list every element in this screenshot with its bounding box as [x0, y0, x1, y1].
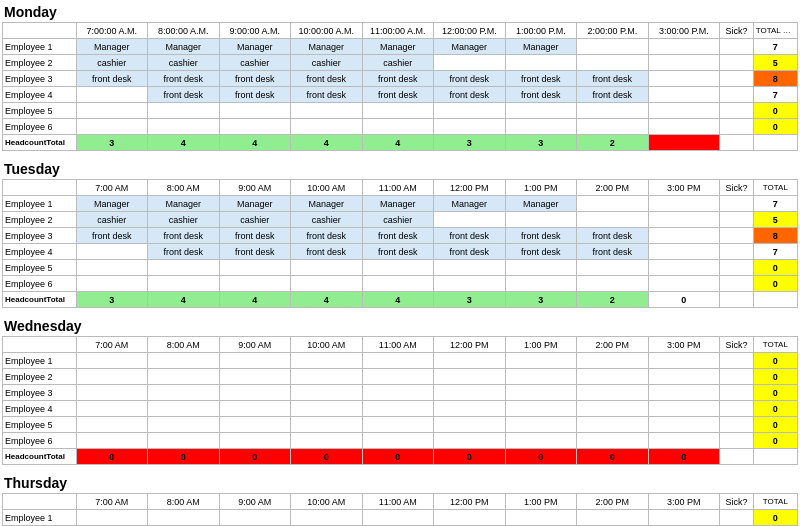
shift-cell-1-4[interactable]: cashier	[362, 55, 434, 71]
shift-cell-2-7[interactable]: front desk	[577, 228, 649, 244]
shift-cell-0-7[interactable]	[577, 39, 649, 55]
shift-cell-3-4[interactable]: front desk	[362, 87, 434, 103]
shift-cell-2-1[interactable]	[148, 385, 220, 401]
sick-cell-3[interactable]	[720, 244, 754, 260]
sick-cell-2[interactable]	[720, 385, 754, 401]
shift-cell-0-5[interactable]: Manager	[434, 39, 506, 55]
sick-cell-4[interactable]	[720, 260, 754, 276]
shift-cell-3-3[interactable]	[291, 401, 363, 417]
shift-cell-4-1[interactable]	[148, 417, 220, 433]
shift-cell-0-3[interactable]	[291, 510, 363, 526]
shift-cell-4-3[interactable]	[291, 103, 363, 119]
shift-cell-3-0[interactable]	[76, 87, 148, 103]
sick-cell-5[interactable]	[720, 276, 754, 292]
shift-cell-5-5[interactable]	[434, 119, 506, 135]
shift-cell-0-6[interactable]: Manager	[505, 196, 577, 212]
shift-cell-5-0[interactable]	[76, 276, 148, 292]
shift-cell-3-4[interactable]: front desk	[362, 244, 434, 260]
shift-cell-2-8[interactable]	[648, 228, 720, 244]
shift-cell-2-7[interactable]: front desk	[577, 71, 649, 87]
shift-cell-4-5[interactable]	[434, 417, 506, 433]
shift-cell-5-8[interactable]	[648, 119, 720, 135]
shift-cell-4-0[interactable]	[76, 103, 148, 119]
shift-cell-5-2[interactable]	[219, 119, 291, 135]
sick-cell-1[interactable]	[720, 212, 754, 228]
shift-cell-3-2[interactable]: front desk	[219, 244, 291, 260]
shift-cell-0-2[interactable]: Manager	[219, 39, 291, 55]
shift-cell-5-6[interactable]	[505, 433, 577, 449]
shift-cell-3-2[interactable]: front desk	[219, 87, 291, 103]
shift-cell-2-2[interactable]: front desk	[219, 228, 291, 244]
shift-cell-4-7[interactable]	[577, 260, 649, 276]
shift-cell-3-2[interactable]	[219, 401, 291, 417]
shift-cell-1-7[interactable]	[577, 369, 649, 385]
shift-cell-2-4[interactable]	[362, 385, 434, 401]
shift-cell-0-1[interactable]	[148, 353, 220, 369]
shift-cell-1-2[interactable]	[219, 369, 291, 385]
shift-cell-1-5[interactable]	[434, 369, 506, 385]
shift-cell-0-3[interactable]	[291, 353, 363, 369]
shift-cell-0-4[interactable]	[362, 510, 434, 526]
shift-cell-4-7[interactable]	[577, 417, 649, 433]
shift-cell-4-0[interactable]	[76, 417, 148, 433]
shift-cell-0-1[interactable]: Manager	[148, 196, 220, 212]
shift-cell-1-7[interactable]	[577, 55, 649, 71]
shift-cell-2-7[interactable]	[577, 385, 649, 401]
shift-cell-1-5[interactable]	[434, 55, 506, 71]
shift-cell-2-0[interactable]: front desk	[76, 71, 148, 87]
shift-cell-1-2[interactable]: cashier	[219, 55, 291, 71]
shift-cell-4-2[interactable]	[219, 260, 291, 276]
shift-cell-2-2[interactable]	[219, 385, 291, 401]
shift-cell-0-0[interactable]	[76, 353, 148, 369]
shift-cell-2-2[interactable]: front desk	[219, 71, 291, 87]
shift-cell-0-8[interactable]	[648, 510, 720, 526]
shift-cell-2-1[interactable]: front desk	[148, 228, 220, 244]
shift-cell-2-8[interactable]	[648, 71, 720, 87]
shift-cell-3-1[interactable]	[148, 401, 220, 417]
sick-cell-0[interactable]	[720, 196, 754, 212]
shift-cell-5-5[interactable]	[434, 433, 506, 449]
sick-cell-4[interactable]	[720, 417, 754, 433]
shift-cell-4-2[interactable]	[219, 103, 291, 119]
shift-cell-1-0[interactable]: cashier	[76, 212, 148, 228]
shift-cell-3-1[interactable]: front desk	[148, 87, 220, 103]
shift-cell-1-6[interactable]	[505, 369, 577, 385]
shift-cell-5-8[interactable]	[648, 433, 720, 449]
shift-cell-3-5[interactable]	[434, 401, 506, 417]
shift-cell-1-0[interactable]: cashier	[76, 55, 148, 71]
sick-cell-0[interactable]	[720, 39, 754, 55]
shift-cell-5-1[interactable]	[148, 276, 220, 292]
shift-cell-3-8[interactable]	[648, 87, 720, 103]
shift-cell-2-3[interactable]: front desk	[291, 228, 363, 244]
shift-cell-1-0[interactable]	[76, 369, 148, 385]
sick-cell-3[interactable]	[720, 87, 754, 103]
sick-cell-0[interactable]	[720, 510, 754, 526]
shift-cell-2-0[interactable]	[76, 385, 148, 401]
shift-cell-0-0[interactable]	[76, 510, 148, 526]
shift-cell-1-1[interactable]: cashier	[148, 55, 220, 71]
shift-cell-0-8[interactable]	[648, 353, 720, 369]
shift-cell-0-4[interactable]: Manager	[362, 39, 434, 55]
shift-cell-4-6[interactable]	[505, 103, 577, 119]
shift-cell-0-8[interactable]	[648, 39, 720, 55]
shift-cell-3-0[interactable]	[76, 244, 148, 260]
sick-cell-5[interactable]	[720, 433, 754, 449]
shift-cell-3-8[interactable]	[648, 244, 720, 260]
shift-cell-4-7[interactable]	[577, 103, 649, 119]
shift-cell-0-2[interactable]: Manager	[219, 196, 291, 212]
shift-cell-1-4[interactable]	[362, 369, 434, 385]
shift-cell-5-6[interactable]	[505, 119, 577, 135]
shift-cell-2-6[interactable]: front desk	[505, 228, 577, 244]
shift-cell-0-2[interactable]	[219, 353, 291, 369]
shift-cell-3-4[interactable]	[362, 401, 434, 417]
shift-cell-5-0[interactable]	[76, 119, 148, 135]
shift-cell-0-7[interactable]	[577, 353, 649, 369]
shift-cell-2-1[interactable]: front desk	[148, 71, 220, 87]
shift-cell-4-2[interactable]	[219, 417, 291, 433]
sick-cell-3[interactable]	[720, 401, 754, 417]
shift-cell-1-2[interactable]: cashier	[219, 212, 291, 228]
shift-cell-1-6[interactable]	[505, 212, 577, 228]
shift-cell-5-3[interactable]	[291, 433, 363, 449]
shift-cell-1-3[interactable]	[291, 369, 363, 385]
shift-cell-2-5[interactable]: front desk	[434, 228, 506, 244]
